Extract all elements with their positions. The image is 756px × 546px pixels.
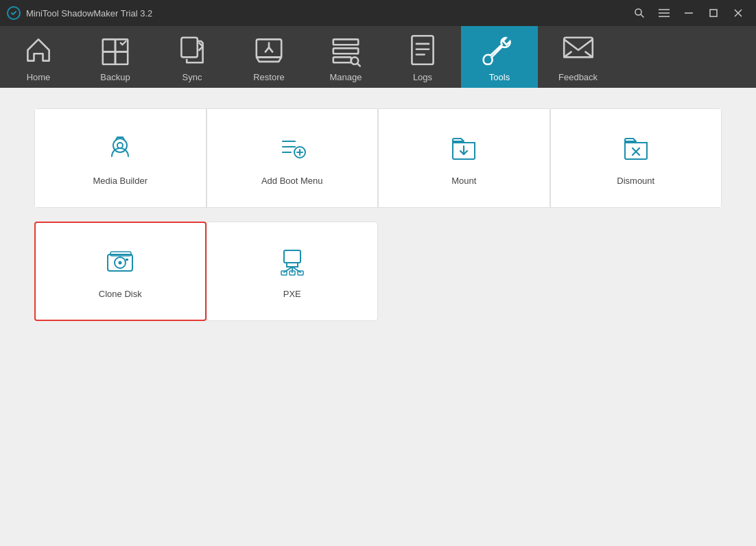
svg-line-21 <box>357 63 360 66</box>
minimize-button[interactable] <box>678 5 700 21</box>
window-controls <box>628 5 749 21</box>
minimize-icon <box>685 12 693 14</box>
close-icon <box>734 9 742 17</box>
add-boot-menu-label: Add Boot Menu <box>261 176 323 186</box>
clone-disk-label: Clone Disk <box>99 289 142 299</box>
nav-feedback-label: Feedback <box>558 72 598 82</box>
svg-point-37 <box>119 261 122 265</box>
tool-card-mount[interactable]: Mount <box>378 108 550 208</box>
tool-card-media-builder[interactable]: Media Builder <box>34 108 206 208</box>
tool-card-clone-disk[interactable]: Clone Disk <box>34 222 206 321</box>
svg-rect-14 <box>181 37 197 57</box>
nav-restore[interactable]: Restore <box>231 26 307 88</box>
clone-disk-icon <box>102 244 138 279</box>
mount-icon <box>446 130 482 166</box>
menu-icon <box>659 9 670 17</box>
nav-sync[interactable]: Sync <box>154 26 231 88</box>
nav-logs-label: Logs <box>413 72 432 82</box>
tools-icon <box>482 32 517 68</box>
tool-card-dismount[interactable]: Dismount <box>550 108 722 208</box>
tool-card-add-boot-menu[interactable]: Add Boot Menu <box>206 108 379 208</box>
mount-label: Mount <box>451 176 476 186</box>
home-icon <box>21 32 56 68</box>
svg-rect-18 <box>333 48 358 54</box>
svg-rect-19 <box>333 57 351 62</box>
svg-rect-40 <box>284 250 300 263</box>
nav-tools-label: Tools <box>489 72 510 82</box>
nav-backup-label: Backup <box>100 72 130 82</box>
title-bar: MiniTool ShadowMaker Trial 3.2 <box>0 0 756 26</box>
close-button[interactable] <box>727 5 749 21</box>
app-logo <box>7 6 21 20</box>
nav-manage[interactable]: Manage <box>307 26 384 88</box>
add-boot-menu-icon <box>274 130 310 166</box>
svg-rect-10 <box>103 39 115 51</box>
svg-rect-17 <box>333 39 358 45</box>
search-icon <box>634 8 645 19</box>
restore-icon <box>251 32 287 68</box>
svg-point-28 <box>117 143 123 148</box>
nav-logs[interactable]: Logs <box>384 26 461 88</box>
backup-icon <box>97 32 133 68</box>
media-builder-label: Media Builder <box>93 176 148 186</box>
tool-card-pxe[interactable]: PXE <box>206 222 379 321</box>
main-content: Media Builder Add Boot Menu <box>0 88 756 546</box>
app-title: MiniTool ShadowMaker Trial 3.2 <box>26 8 628 19</box>
media-builder-icon <box>102 130 138 166</box>
dismount-label: Dismount <box>617 176 654 186</box>
svg-rect-13 <box>115 51 128 64</box>
sync-icon <box>174 32 210 68</box>
nav-bar: Home Backup Sync Restore <box>0 26 756 88</box>
dismount-icon <box>618 130 654 166</box>
svg-rect-38 <box>126 259 128 261</box>
maximize-icon <box>709 9 718 17</box>
nav-manage-label: Manage <box>330 72 362 82</box>
tool-grid-row2: Clone Disk PXE <box>34 222 722 321</box>
nav-sync-label: Sync <box>182 72 202 82</box>
menu-button[interactable] <box>653 5 675 21</box>
logs-icon <box>405 32 440 68</box>
feedback-icon <box>560 32 596 68</box>
nav-tools[interactable]: Tools <box>461 26 538 88</box>
maximize-button[interactable] <box>702 5 724 21</box>
svg-line-2 <box>641 14 643 17</box>
svg-line-41 <box>284 267 292 272</box>
nav-feedback[interactable]: Feedback <box>538 26 618 88</box>
nav-home[interactable]: Home <box>0 26 77 88</box>
manage-icon <box>328 32 364 68</box>
nav-backup[interactable]: Backup <box>77 26 154 88</box>
search-button[interactable] <box>628 5 650 21</box>
pxe-label: PXE <box>283 289 301 299</box>
svg-rect-12 <box>103 51 115 64</box>
svg-rect-7 <box>710 10 717 16</box>
svg-line-43 <box>292 267 300 272</box>
tool-grid-row1: Media Builder Add Boot Menu <box>34 108 722 208</box>
pxe-icon <box>274 244 310 279</box>
nav-restore-label: Restore <box>253 72 285 82</box>
nav-home-label: Home <box>27 72 51 82</box>
